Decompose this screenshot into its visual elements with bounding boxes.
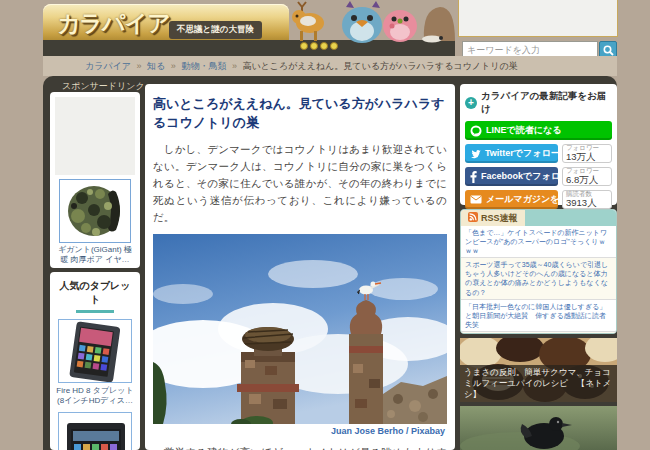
- mailmagazine-row: メールマガジンを購読する 購読者数 3913人: [465, 190, 612, 209]
- article-main-box: 高いところがええねん。見ている方がハラハラするコウノトリの巣 しかし、デンマーク…: [145, 84, 455, 450]
- related-article-thumb-crow[interactable]: [460, 406, 617, 450]
- mascot-characters-illustration: [288, 1, 455, 43]
- article-photo-storks: [153, 234, 447, 424]
- mailmagazine-button-label: メールマガジンを購読する: [486, 193, 558, 206]
- mailmagazine-subscribe-button[interactable]: メールマガジンを購読する: [465, 190, 558, 209]
- breadcrumb-separator: »: [232, 61, 237, 71]
- line-icon: [470, 125, 482, 137]
- count-value: 6.8万人: [566, 175, 608, 186]
- rss-icon: [468, 212, 478, 224]
- rss-header: RSS速報: [461, 210, 616, 226]
- twitter-bird-icon: [470, 149, 481, 159]
- article-title: 高いところがええねん。見ている方がハラハラするコウノトリの巣: [153, 95, 447, 133]
- ad-caption[interactable]: ギガント(GiGant) 極暖 肉厚ボア イヤ…: [55, 245, 135, 265]
- count-value: 3913人: [566, 198, 608, 209]
- tablet-caption-1[interactable]: Fire HD 8 タブレット (8インチHDディス…: [55, 386, 135, 406]
- twitter-row: Twitterでフォローする フォロワー 13万人: [465, 144, 612, 163]
- ad-placeholder: [55, 97, 135, 175]
- facebook-row: Facebookでフォローする フォロワー 6.8万人: [465, 167, 612, 186]
- site-tagline: 不思議と謎の大冒険: [169, 21, 262, 39]
- line-follow-button[interactable]: LINEで読者になる: [465, 121, 612, 140]
- search-icon: [603, 45, 614, 56]
- breadcrumb-home-link[interactable]: カラパイア: [85, 61, 131, 71]
- popular-tablets-title: 人気のタブレット: [55, 279, 135, 307]
- facebook-follow-button[interactable]: Facebookでフォローする: [465, 167, 558, 186]
- popular-tablets-box: 人気のタブレット Fire HD 8 タブレット (8イン: [50, 272, 140, 450]
- facebook-f-icon: [470, 171, 477, 183]
- breadcrumb-separator: »: [137, 61, 142, 71]
- rss-item[interactable]: スポーツ選手って35歳～40歳くらいで引退しちゃう人多いけどそのへんの歳になると…: [461, 258, 616, 299]
- line-row: LINEで読者になる: [465, 121, 612, 140]
- tablet-product-image-1[interactable]: [58, 319, 132, 383]
- rss-header-fill: [525, 210, 616, 226]
- rss-feed-box: RSS速報 「色まで…」ケイトスペードの新作ニットワンピースが"あのスーパーのロ…: [460, 209, 617, 334]
- photo-credit-link[interactable]: Juan Jose Berho / Pixabay: [153, 426, 445, 436]
- header-ad-placeholder: [458, 0, 618, 37]
- envelope-icon: [470, 195, 482, 204]
- breadcrumb-category-link[interactable]: 知る: [147, 61, 165, 71]
- breadcrumb-separator: »: [171, 61, 176, 71]
- mailmagazine-subscriber-count: 購読者数 3913人: [562, 190, 612, 209]
- twitter-follower-count: フォロワー 13万人: [562, 144, 612, 163]
- teal-underline: [76, 310, 114, 313]
- follow-box-title: カラパイアの最新記事をお届け: [481, 90, 612, 116]
- sponsored-ad-box: ギガント(GiGant) 極暖 肉厚ボア イヤ…: [50, 92, 140, 268]
- article-paragraph-1: しかし、デンマークではコウノトリはあまり歓迎されていない。デンマーク人は、コウノ…: [153, 141, 447, 226]
- facebook-follower-count: フォロワー 6.8万人: [562, 167, 612, 186]
- twitter-follow-button[interactable]: Twitterでフォローする: [465, 144, 558, 163]
- rss-item[interactable]: 映画館「ポップコーン劇場で食べたら税10%、劇場で食べたら8%」: [461, 332, 616, 334]
- thumb-caption: うまさの反則。簡単サクウマ、チョコミルフィーユパイのレシピ 【ネトメシ】: [460, 365, 617, 402]
- facebook-button-label: Facebookでフォローする: [481, 170, 558, 183]
- breadcrumb: カラパイア » 知る » 動物・鳥類 » 高いところがええねん。見ている方がハラ…: [43, 56, 617, 76]
- rss-item[interactable]: 「色まで…」ケイトスペードの新作ニットワンピースが"あのスーパーのロゴ"そっくり…: [461, 226, 616, 258]
- related-article-thumb-food[interactable]: うまさの反則。簡単サクウマ、チョコミルフィーユパイのレシピ 【ネトメシ】: [460, 338, 617, 402]
- site-header-banner: カラパイア 不思議と謎の大冒険: [43, 4, 289, 41]
- header-dots-decoration: [300, 42, 338, 50]
- rss-title: RSS速報: [481, 212, 518, 225]
- follow-box-header: + カラパイアの最新記事をお届け: [465, 90, 612, 116]
- line-button-label: LINEで読者になる: [486, 124, 561, 137]
- tablet-product-image-2[interactable]: [58, 412, 132, 450]
- site-logo[interactable]: カラパイア: [57, 8, 170, 39]
- follow-box: + カラパイアの最新記事をお届け LINEで読者になる: [460, 84, 617, 205]
- breadcrumb-current-page: 高いところがええねん。見ている方がハラハラするコウノトリの巣: [242, 61, 517, 71]
- twitter-button-label: Twitterでフォローする: [485, 147, 558, 160]
- page: カラパイア 不思議と謎の大冒険: [0, 0, 650, 450]
- article-paragraph-2: 営巣する建物が高いほど、コウノトリが見る眺めもよりすばらしくなる。ヒナたちの次の…: [153, 444, 447, 450]
- ad-product-image-earmuff[interactable]: [59, 179, 131, 243]
- count-value: 13万人: [566, 152, 608, 163]
- rss-tab: RSS速報: [461, 210, 525, 226]
- breadcrumb-subcategory-link[interactable]: 動物・鳥類: [181, 61, 226, 71]
- plus-icon: +: [465, 97, 477, 109]
- rss-item[interactable]: 「日本批判一色なのに韓国人は優しすぎる」と朝日新聞が大絶賛 偉すぎる感動話に読者…: [461, 300, 616, 332]
